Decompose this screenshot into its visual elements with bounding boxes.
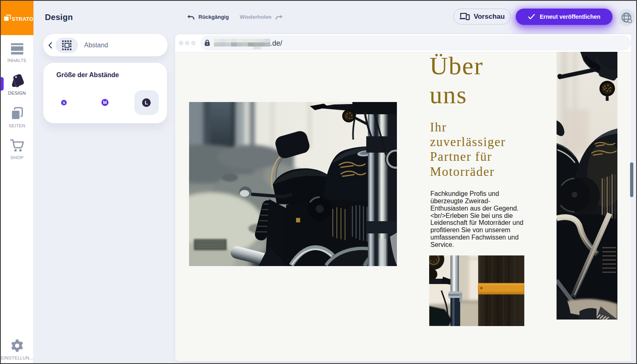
svg-text:M: M bbox=[103, 100, 107, 105]
svg-text:S: S bbox=[62, 100, 65, 105]
svg-text:STRATO: STRATO bbox=[12, 16, 33, 22]
